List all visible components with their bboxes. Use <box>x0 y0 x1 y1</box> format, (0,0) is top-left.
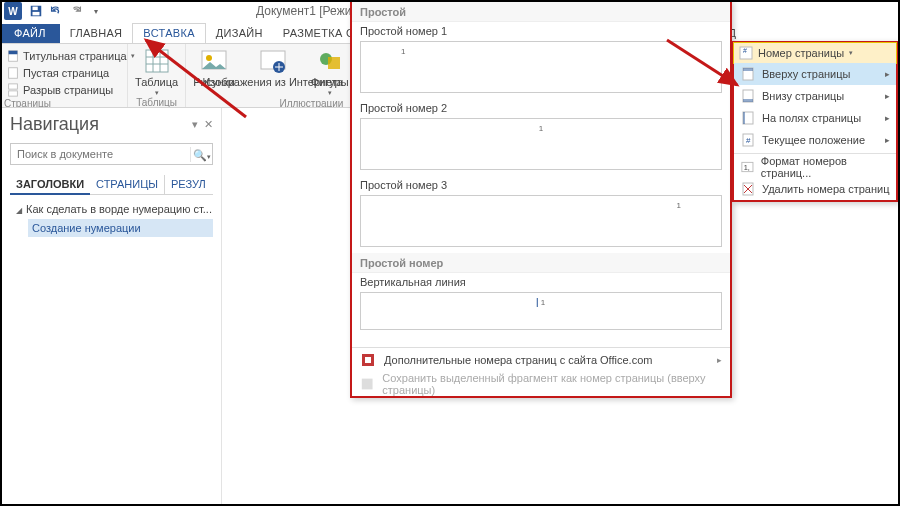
navigation-title: Навигация <box>10 114 99 135</box>
tree-root-item[interactable]: ◢Как сделать в ворде нумерацию ст... <box>10 201 213 217</box>
blank-page-button[interactable]: Пустая страница <box>4 65 137 81</box>
submenu-current-position[interactable]: # Текущее положение▸ <box>734 129 896 151</box>
gallery-more-label: Дополнительные номера страниц с сайта Of… <box>384 354 652 366</box>
tab-home[interactable]: ГЛАВНАЯ <box>60 24 133 43</box>
group-illustrations-label: Иллюстрации <box>279 98 343 108</box>
gallery-preview-2[interactable]: 1 <box>360 118 722 170</box>
chevron-right-icon: ▸ <box>717 355 722 365</box>
tab-file[interactable]: ФАЙЛ <box>0 24 60 43</box>
tree-root-label: Как сделать в ворде нумерацию ст... <box>26 203 212 215</box>
submenu-top-of-page[interactable]: Вверху страницы▸ <box>734 63 896 85</box>
undo-button[interactable] <box>46 1 66 21</box>
gallery-preview-4[interactable]: 1 <box>360 292 722 330</box>
cover-page-label: Титульная страница <box>23 50 127 62</box>
save-button[interactable] <box>26 1 46 21</box>
blank-page-label: Пустая страница <box>23 67 109 79</box>
gallery-item-4[interactable]: Вертикальная линия <box>352 273 730 290</box>
tab-design[interactable]: ДИЗАЙН <box>206 24 273 43</box>
svg-point-10 <box>206 55 212 61</box>
submenu-remove-numbers[interactable]: Удалить номера страниц <box>734 178 896 200</box>
gallery-item-1[interactable]: Простой номер 1 <box>352 22 730 39</box>
gallery-preview-3[interactable]: 1 <box>360 195 722 247</box>
submenu-bottom-label: Внизу страницы <box>762 90 844 102</box>
page-number-gallery: Простой Простой номер 1 1 Простой номер … <box>350 0 732 398</box>
table-button[interactable]: Таблица▾ <box>132 46 181 97</box>
submenu-separator <box>734 153 896 154</box>
chevron-right-icon: ▸ <box>885 69 890 79</box>
page-number-submenu: # Номер страницы▾ Вверху страницы▸ Внизу… <box>732 41 898 202</box>
svg-rect-14 <box>328 57 340 69</box>
nav-dropdown-icon[interactable]: ▾ <box>192 118 198 131</box>
submenu-format-numbers[interactable]: 1, Формат номеров страниц... <box>734 156 896 178</box>
tab-insert[interactable]: ВСТАВКА <box>132 23 205 44</box>
nav-tab-pages[interactable]: СТРАНИЦЫ <box>90 175 164 194</box>
submenu-header[interactable]: # Номер страницы▾ <box>733 42 897 64</box>
submenu-format-label: Формат номеров страниц... <box>761 155 890 179</box>
nav-tab-results[interactable]: РЕЗУЛ <box>164 175 210 194</box>
table-label: Таблица <box>135 76 178 88</box>
word-app-icon: W <box>4 2 22 20</box>
redo-button[interactable] <box>66 1 86 21</box>
svg-rect-5 <box>9 68 18 79</box>
gallery-item-3[interactable]: Простой номер 3 <box>352 176 730 193</box>
gallery-section-simple2: Простой номер <box>352 253 730 273</box>
submenu-current-label: Текущее положение <box>762 134 865 146</box>
chevron-right-icon: ▸ <box>885 113 890 123</box>
cover-page-button[interactable]: Титульная страница▾ <box>4 48 137 64</box>
svg-rect-8 <box>146 50 168 72</box>
gallery-save-selection: Сохранить выделенный фрагмент как номер … <box>352 372 730 396</box>
chevron-right-icon: ▸ <box>885 135 890 145</box>
gallery-more-office[interactable]: Дополнительные номера страниц с сайта Of… <box>352 348 730 372</box>
submenu-top-label: Вверху страницы <box>762 68 850 80</box>
svg-rect-43 <box>743 68 753 71</box>
group-tables-label: Таблицы <box>136 97 177 108</box>
submenu-margins-label: На полях страницы <box>762 112 861 124</box>
shapes-button[interactable]: Фигуры▾ <box>308 46 352 97</box>
svg-rect-2 <box>33 12 40 16</box>
navigation-pane: Навигация ▾✕ 🔍▾ ЗАГОЛОВКИ СТРАНИЦЫ РЕЗУЛ… <box>0 108 222 506</box>
submenu-remove-label: Удалить номера страниц <box>762 183 890 195</box>
svg-rect-1 <box>33 7 38 11</box>
svg-rect-39 <box>362 379 373 390</box>
gallery-item-2[interactable]: Простой номер 2 <box>352 99 730 116</box>
svg-rect-47 <box>743 112 745 124</box>
svg-rect-45 <box>743 99 753 102</box>
online-pictures-button[interactable]: Изображения из Интернета <box>238 46 308 88</box>
gallery-preview-1[interactable]: 1 <box>360 41 722 93</box>
svg-text:#: # <box>746 136 751 145</box>
submenu-bottom-of-page[interactable]: Внизу страницы▸ <box>734 85 896 107</box>
page-break-button[interactable]: Разрыв страницы <box>4 82 137 98</box>
svg-rect-6 <box>9 84 18 89</box>
nav-close-icon[interactable]: ✕ <box>204 118 213 131</box>
gallery-save-label: Сохранить выделенный фрагмент как номер … <box>382 372 722 396</box>
chevron-right-icon: ▸ <box>885 91 890 101</box>
submenu-page-margins[interactable]: На полях страницы▸ <box>734 107 896 129</box>
shapes-label: Фигуры <box>311 76 349 88</box>
group-pages-label: Страницы <box>4 98 51 108</box>
nav-search-input[interactable] <box>11 148 190 160</box>
nav-search[interactable]: 🔍▾ <box>10 143 213 165</box>
nav-tab-headings[interactable]: ЗАГОЛОВКИ <box>10 175 90 195</box>
svg-text:1,: 1, <box>744 163 750 172</box>
search-icon[interactable]: 🔍▾ <box>190 147 212 162</box>
svg-rect-38 <box>365 357 371 363</box>
svg-rect-7 <box>9 91 18 96</box>
svg-rect-4 <box>9 51 18 55</box>
qat-customize-button[interactable]: ▾ <box>86 1 106 21</box>
submenu-header-label: Номер страницы <box>758 47 844 59</box>
nav-tabs: ЗАГОЛОВКИ СТРАНИЦЫ РЕЗУЛ <box>10 175 213 195</box>
page-break-label: Разрыв страницы <box>23 84 113 96</box>
gallery-section-simple: Простой <box>352 2 730 22</box>
svg-text:#: # <box>743 47 747 54</box>
tree-child-item[interactable]: Создание нумерации <box>28 219 213 237</box>
